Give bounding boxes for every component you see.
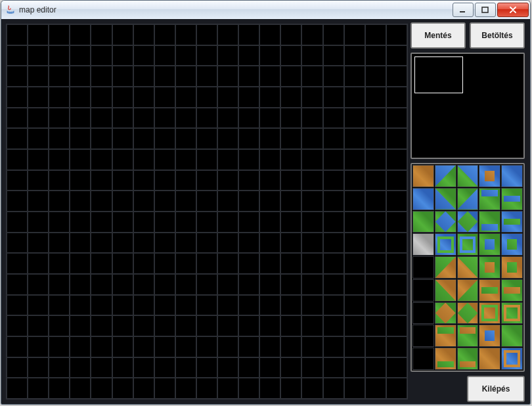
map-cell[interactable] [259,378,280,399]
map-cell[interactable] [301,66,322,87]
map-cell[interactable] [323,315,344,336]
map-cell[interactable] [133,149,154,170]
map-cell[interactable] [259,191,280,212]
map-cell[interactable] [70,274,91,295]
map-cell[interactable] [133,128,154,149]
map-cell[interactable] [323,149,344,170]
map-cell[interactable] [91,212,112,233]
map-cell[interactable] [217,87,238,108]
palette-tile[interactable] [457,325,479,347]
map-cell[interactable] [28,87,49,108]
map-cell[interactable] [154,253,175,274]
palette-tile[interactable] [501,279,523,302]
map-cell[interactable] [217,45,238,66]
map-cell[interactable] [301,295,322,316]
map-cell[interactable] [365,295,386,316]
map-cell[interactable] [365,233,386,254]
map-cell[interactable] [386,24,407,45]
map-cell[interactable] [154,45,175,66]
map-cell[interactable] [217,149,238,170]
palette-tile[interactable] [457,348,479,370]
map-cell[interactable] [175,128,196,149]
map-cell[interactable] [386,170,407,191]
palette-tile[interactable] [412,348,434,370]
map-cell[interactable] [280,212,301,233]
map-cell[interactable] [386,274,407,295]
map-cell[interactable] [49,128,70,149]
map-cell[interactable] [259,295,280,316]
titlebar[interactable]: map editor [1,1,530,20]
map-cell[interactable] [344,212,365,233]
map-cell[interactable] [112,87,133,108]
map-cell[interactable] [70,108,91,129]
palette-tile[interactable] [457,302,479,325]
map-cell[interactable] [49,66,70,87]
map-cell[interactable] [7,191,28,212]
palette-tile[interactable] [412,302,434,325]
palette-tile[interactable] [457,188,479,210]
map-cell[interactable] [112,233,133,254]
map-cell[interactable] [365,212,386,233]
map-cell[interactable] [217,295,238,316]
map-cell[interactable] [365,315,386,336]
map-cell[interactable] [323,128,344,149]
map-cell[interactable] [28,170,49,191]
map-cell[interactable] [112,336,133,357]
palette-tile[interactable] [479,256,500,279]
map-cell[interactable] [196,357,217,378]
map-cell[interactable] [49,24,70,45]
map-cell[interactable] [238,233,259,254]
map-cell[interactable] [154,66,175,87]
load-button[interactable]: Betöltés [470,22,525,49]
palette-tile[interactable] [479,233,500,256]
map-cell[interactable] [217,66,238,87]
map-cell[interactable] [259,87,280,108]
map-cell[interactable] [133,108,154,129]
map-cell[interactable] [49,212,70,233]
map-cell[interactable] [28,315,49,336]
map-cell[interactable] [7,108,28,129]
map-cell[interactable] [344,274,365,295]
map-cell[interactable] [301,87,322,108]
map-cell[interactable] [112,191,133,212]
map-cell[interactable] [386,378,407,399]
palette-tile[interactable] [479,188,500,210]
map-cell[interactable] [365,24,386,45]
map-cell[interactable] [91,357,112,378]
map-cell[interactable] [301,191,322,212]
map-cell[interactable] [70,315,91,336]
map-cell[interactable] [280,357,301,378]
map-cell[interactable] [175,212,196,233]
map-cell[interactable] [175,253,196,274]
map-cell[interactable] [386,87,407,108]
map-cell[interactable] [133,212,154,233]
map-cell[interactable] [49,336,70,357]
map-cell[interactable] [259,274,280,295]
map-cell[interactable] [386,108,407,129]
map-cell[interactable] [386,66,407,87]
map-cell[interactable] [259,170,280,191]
map-cell[interactable] [280,66,301,87]
map-cell[interactable] [133,24,154,45]
map-cell[interactable] [365,108,386,129]
map-cell[interactable] [49,87,70,108]
map-cell[interactable] [386,45,407,66]
map-cell[interactable] [259,128,280,149]
map-cell[interactable] [238,274,259,295]
map-cell[interactable] [386,128,407,149]
map-cell[interactable] [238,66,259,87]
map-cell[interactable] [91,315,112,336]
map-cell[interactable] [70,170,91,191]
quit-button[interactable]: Kilépés [467,376,525,402]
map-cell[interactable] [7,357,28,378]
map-cell[interactable] [280,128,301,149]
map-cell[interactable] [217,24,238,45]
map-cell[interactable] [196,295,217,316]
map-cell[interactable] [344,191,365,212]
map-cell[interactable] [91,233,112,254]
map-cell[interactable] [344,253,365,274]
map-cell[interactable] [175,295,196,316]
map-cell[interactable] [365,128,386,149]
map-cell[interactable] [7,66,28,87]
map-cell[interactable] [91,274,112,295]
